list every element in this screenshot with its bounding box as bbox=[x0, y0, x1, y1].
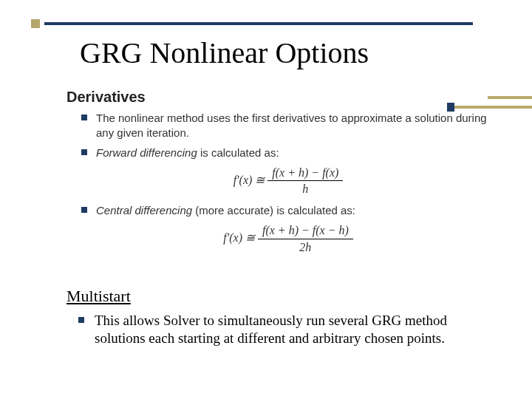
square-bullet-icon bbox=[81, 207, 87, 213]
multistart-content: This allows Solver to simultaneously run… bbox=[95, 312, 479, 347]
section-heading-multistart: Multistart bbox=[66, 287, 131, 306]
formula-central-differencing: f′(x) ≅ f(x + h) − f(x − h) 2h bbox=[81, 222, 495, 255]
bullet-item: The nonlinear method uses the first deri… bbox=[81, 111, 495, 141]
page-title: GRG Nonlinear Options bbox=[80, 35, 369, 70]
square-bullet-icon bbox=[81, 149, 87, 155]
bullet-text: is calculated as: bbox=[197, 146, 279, 159]
decorative-corner-square bbox=[31, 19, 40, 28]
bullet-text: This allows Solver to simultaneously run… bbox=[95, 313, 447, 346]
denominator: h bbox=[267, 181, 343, 197]
square-bullet-icon bbox=[81, 115, 87, 120]
fraction: f(x + h) − f(x) h bbox=[267, 165, 343, 197]
bullet-item: Central differencing (more accurate) is … bbox=[81, 203, 495, 218]
numerator: f(x + h) − f(x) bbox=[267, 165, 343, 182]
emphasis-text: Central differencing bbox=[96, 204, 192, 216]
formula-lhs: f′(x) ≅ bbox=[233, 174, 268, 186]
title-underline-bar bbox=[44, 22, 473, 25]
denominator: 2h bbox=[258, 239, 353, 256]
decorative-accent-bar bbox=[454, 106, 532, 109]
decorative-accent-bar bbox=[488, 96, 532, 99]
formula-lhs: f′(x) ≅ bbox=[223, 231, 258, 244]
numerator: f(x + h) − f(x − h) bbox=[258, 222, 353, 239]
bullet-text: (more accurate) is calculated as: bbox=[192, 204, 355, 216]
formula-forward-differencing: f′(x) ≅ f(x + h) − f(x) h bbox=[81, 165, 495, 197]
fraction: f(x + h) − f(x − h) 2h bbox=[258, 222, 353, 255]
derivatives-content: The nonlinear method uses the first deri… bbox=[81, 111, 495, 261]
square-bullet-icon bbox=[78, 317, 84, 323]
bullet-item: Forward differencing is calculated as: bbox=[81, 146, 495, 160]
bullet-text: The nonlinear method uses the first deri… bbox=[96, 112, 487, 139]
section-heading-derivatives: Derivatives bbox=[66, 89, 146, 106]
emphasis-text: Forward differencing bbox=[96, 146, 197, 159]
